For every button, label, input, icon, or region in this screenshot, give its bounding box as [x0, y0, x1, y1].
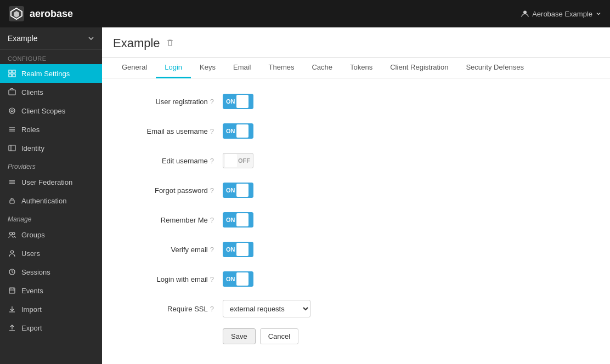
navbar: aerobase Aerobase Example [0, 0, 610, 27]
configure-section-label: Configure [0, 50, 102, 64]
providers-section-label: Providers [0, 157, 102, 173]
delete-icon[interactable] [166, 38, 174, 55]
save-button[interactable]: Save [223, 328, 256, 344]
grid-icon [8, 69, 16, 78]
tab-tokens[interactable]: Tokens [341, 58, 381, 78]
require-ssl-help-icon[interactable]: ? [210, 305, 214, 313]
sidebar-item-label: Events [21, 287, 43, 295]
sidebar-item-label: Authentication [21, 197, 66, 205]
verify-email-label: Verify email ? [113, 246, 223, 254]
tab-keys[interactable]: Keys [191, 58, 224, 78]
sidebar-item-user-federation[interactable]: User Federation [0, 173, 102, 191]
user-menu[interactable]: Aerobase Example [521, 10, 601, 18]
svg-rect-6 [9, 74, 12, 77]
verify-email-help-icon[interactable]: ? [210, 246, 214, 254]
sidebar-item-users[interactable]: Users [0, 244, 102, 263]
clients-icon [8, 88, 16, 96]
sidebar-item-sessions[interactable]: Sessions [0, 263, 102, 281]
sidebar-item-label: Import [21, 305, 42, 314]
email-as-username-row: Email as username ? ON [113, 121, 599, 141]
sidebar-item-label: Sessions [21, 268, 50, 276]
edit-username-row: Edit username ? OFF [113, 151, 599, 170]
svg-point-20 [10, 232, 13, 235]
groups-icon [8, 230, 16, 239]
email-as-username-help-icon[interactable]: ? [210, 127, 214, 135]
require-ssl-label: Require SSL ? [113, 305, 223, 313]
sidebar-item-label: Users [21, 249, 40, 258]
user-registration-toggle[interactable]: ON [223, 94, 253, 109]
sidebar-item-authentication[interactable]: Authentication [0, 191, 102, 210]
user-registration-label: User registration ? [113, 98, 223, 106]
sidebar-item-import[interactable]: Import [0, 300, 102, 318]
tab-email[interactable]: Email [224, 58, 260, 78]
main-layout: Example Configure Realm Settings [0, 27, 610, 364]
tab-general[interactable]: General [113, 58, 156, 78]
content-header: Example [102, 27, 610, 58]
svg-rect-4 [9, 70, 12, 73]
export-icon [8, 323, 16, 332]
forgot-password-label: Forgot password ? [113, 186, 223, 195]
brand: aerobase [9, 6, 73, 21]
import-icon [8, 305, 16, 314]
cancel-button[interactable]: Cancel [260, 328, 298, 344]
tab-cache[interactable]: Cache [303, 58, 341, 78]
edit-username-label: Edit username ? [113, 157, 223, 165]
sidebar-item-label: Roles [21, 126, 39, 134]
forgot-password-help-icon[interactable]: ? [210, 186, 214, 195]
svg-point-3 [523, 11, 527, 14]
remember-me-label: Remember Me ? [113, 216, 223, 224]
sidebar-item-realm-settings[interactable]: Realm Settings [0, 64, 102, 83]
realm-name: Example [8, 34, 37, 43]
tab-themes[interactable]: Themes [259, 58, 303, 78]
svg-point-21 [13, 232, 15, 235]
email-as-username-toggle[interactable]: ON [223, 123, 253, 139]
username-label: Aerobase Example [532, 10, 592, 18]
tab-login[interactable]: Login [156, 58, 191, 78]
sidebar-item-identity[interactable]: Identity [0, 139, 102, 157]
svg-point-22 [11, 251, 14, 253]
forgot-password-toggle[interactable]: ON [223, 183, 253, 198]
svg-rect-5 [13, 70, 15, 73]
user-registration-row: User registration ? ON [113, 92, 599, 111]
svg-rect-19 [10, 200, 14, 203]
verify-email-toggle[interactable]: ON [223, 242, 253, 257]
auth-icon [8, 196, 16, 205]
events-icon [8, 286, 16, 295]
sessions-icon [8, 268, 16, 276]
sidebar-item-label: Realm Settings [21, 70, 70, 78]
login-with-email-toggle[interactable]: ON [223, 271, 253, 287]
svg-rect-14 [9, 145, 15, 151]
svg-rect-24 [9, 288, 15, 293]
email-as-username-label: Email as username ? [113, 127, 223, 135]
svg-rect-7 [13, 74, 15, 77]
sidebar: Example Configure Realm Settings [0, 27, 102, 364]
form-buttons: Save Cancel [223, 328, 599, 344]
sidebar-item-clients[interactable]: Clients [0, 83, 102, 101]
forgot-password-row: Forgot password ? ON [113, 180, 599, 200]
tab-security-defenses[interactable]: Security Defenses [457, 58, 533, 78]
require-ssl-select[interactable]: external requests none all requests [223, 300, 310, 317]
require-ssl-row: Require SSL ? external requests none all… [113, 299, 599, 318]
users-icon [8, 249, 16, 258]
tab-client-registration[interactable]: Client Registration [381, 58, 457, 78]
edit-username-toggle[interactable]: OFF [223, 153, 253, 168]
sidebar-item-roles[interactable]: Roles [0, 120, 102, 139]
realm-selector[interactable]: Example [0, 27, 102, 50]
svg-point-9 [9, 108, 15, 113]
sidebar-item-groups[interactable]: Groups [0, 225, 102, 244]
login-with-email-help-icon[interactable]: ? [210, 275, 214, 283]
user-registration-help-icon[interactable]: ? [210, 98, 214, 106]
sidebar-item-client-scopes[interactable]: Client Scopes [0, 101, 102, 120]
remember-me-toggle[interactable]: ON [223, 212, 253, 228]
edit-username-help-icon[interactable]: ? [210, 157, 214, 165]
sidebar-item-label: User Federation [21, 178, 72, 186]
user-icon [521, 10, 529, 18]
manage-section-label: Manage [0, 210, 102, 225]
tabs-bar: General Login Keys Email Themes Cache To… [102, 58, 610, 78]
form-area: User registration ? ON Email as username… [102, 78, 610, 364]
sidebar-item-label: Client Scopes [21, 107, 65, 115]
sidebar-item-events[interactable]: Events [0, 281, 102, 300]
sidebar-item-label: Identity [21, 144, 44, 152]
remember-me-help-icon[interactable]: ? [210, 216, 214, 224]
sidebar-item-export[interactable]: Export [0, 318, 102, 337]
